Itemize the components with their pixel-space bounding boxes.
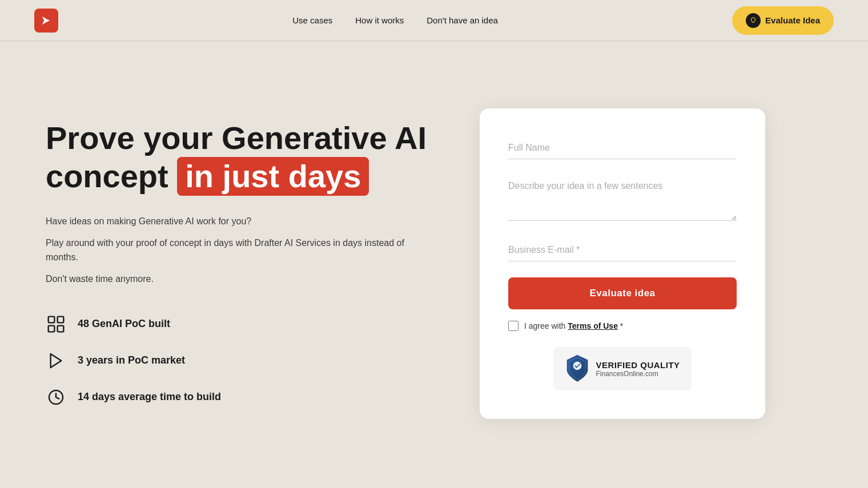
hero-subtitle2: Play around with your proof of concept i… [46,236,434,265]
stat-label-genai: 48 GenAI PoC built [78,318,170,330]
idea-textarea[interactable] [508,175,737,221]
left-side: Prove your Generative AI concept in just… [46,120,434,407]
stats-list: 48 GenAI PoC built 3 years in PoC market [46,314,434,408]
hero-title: Prove your Generative AI concept in just… [46,120,434,196]
badge-text: VERIFIED QUALITY FinancesOnline.com [596,360,680,378]
hero-subtitle3: Don't waste time anymore. [46,272,434,287]
svg-marker-5 [51,354,62,368]
logo-svg [40,14,53,27]
svg-rect-1 [49,316,55,322]
nav-evaluate-button[interactable]: Evaluate Idea [732,6,834,35]
navbar: Use cases How it works Don't have an ide… [0,0,868,41]
clock-icon [46,387,66,408]
stat-label-days: 14 days average time to build [78,391,221,403]
nav-no-idea[interactable]: Don't have an idea [427,15,498,25]
svg-rect-2 [58,316,64,322]
badge-title: VERIFIED QUALITY [596,360,680,370]
grid-icon [46,314,66,334]
badge-subtitle: FinancesOnline.com [596,370,680,378]
shield-icon [565,354,590,384]
badge-container: VERIFIED QUALITY FinancesOnline.com [553,347,691,390]
logo[interactable] [34,9,58,33]
stat-item-years: 3 years in PoC market [46,350,434,371]
stat-label-years: 3 years in PoC market [78,354,185,366]
terms-row: I agree with Terms of Use * [508,321,737,331]
highlight-text: in just days [177,157,369,196]
play-icon [46,350,66,371]
right-side: Evaluate idea I agree with Terms of Use … [480,108,765,419]
submit-button[interactable]: Evaluate idea [508,277,737,309]
terms-link[interactable]: Terms of Use [568,321,618,330]
stat-item-genai: 48 GenAI PoC built [46,314,434,334]
svg-rect-3 [49,325,55,332]
full-name-input[interactable] [508,137,737,159]
terms-checkbox[interactable] [508,321,519,331]
verified-badge: VERIFIED QUALITY FinancesOnline.com [508,347,737,390]
nav-links: Use cases How it works Don't have an ide… [292,15,498,26]
svg-rect-4 [58,325,64,332]
nav-use-cases[interactable]: Use cases [292,15,332,25]
email-input[interactable] [508,239,737,261]
evaluate-btn-label: Evaluate Idea [765,15,820,25]
full-name-group [508,137,737,159]
main-content: Prove your Generative AI concept in just… [0,41,868,486]
idea-group [508,175,737,223]
nav-how-it-works[interactable]: How it works [355,15,404,25]
logo-icon [34,9,58,33]
stat-item-days: 14 days average time to build [46,387,434,408]
hero-subtitle1: Have ideas on making Generative AI work … [46,214,434,229]
email-group [508,239,737,261]
bulb-icon [746,13,761,28]
form-card: Evaluate idea I agree with Terms of Use … [480,108,765,419]
terms-label: I agree with Terms of Use * [524,321,623,330]
svg-point-7 [573,362,582,370]
